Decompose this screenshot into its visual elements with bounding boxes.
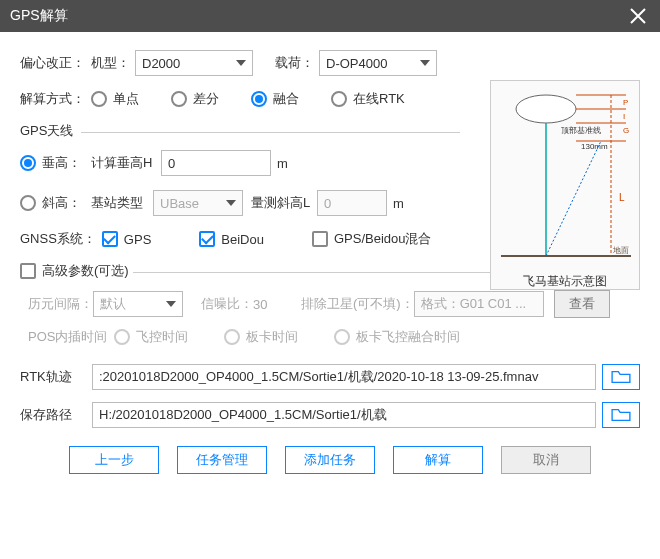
model-select[interactable]: D2000 bbox=[135, 50, 253, 76]
radio-fc-time[interactable]: 飞控时间 bbox=[114, 328, 188, 346]
solve-button[interactable]: 解算 bbox=[393, 446, 483, 474]
radio-fusion[interactable]: 融合 bbox=[251, 90, 299, 108]
radio-diff[interactable]: 差分 bbox=[171, 90, 219, 108]
gnss-label: GNSS系统： bbox=[20, 230, 96, 248]
rtk-path-input[interactable]: :20201018D2000_OP4000_1.5CM/Sortie1/机载/2… bbox=[92, 364, 596, 390]
add-task-button[interactable]: 添加任务 bbox=[285, 446, 375, 474]
svg-text:地面: 地面 bbox=[612, 246, 629, 255]
chevron-down-icon bbox=[166, 301, 176, 307]
rtk-path-label: RTK轨迹 bbox=[20, 368, 92, 386]
radio-card-fc-fusion-time[interactable]: 板卡飞控融合时间 bbox=[334, 328, 460, 346]
view-button[interactable]: 查看 bbox=[554, 290, 610, 318]
payload-select[interactable]: D-OP4000 bbox=[319, 50, 437, 76]
rtk-browse-button[interactable] bbox=[602, 364, 640, 390]
diagram-caption: 飞马基站示意图 bbox=[491, 269, 639, 292]
base-type-label: 基站类型 bbox=[91, 194, 145, 212]
checkbox-gps[interactable]: GPS bbox=[102, 231, 151, 247]
excl-sat-label: 排除卫星(可不填)： bbox=[301, 295, 414, 313]
chevron-down-icon bbox=[226, 200, 236, 206]
svg-line-3 bbox=[546, 141, 601, 256]
eccentric-label: 偏心改正： bbox=[20, 54, 85, 72]
window-title: GPS解算 bbox=[10, 7, 626, 25]
save-path-label: 保存路径 bbox=[20, 406, 92, 424]
solve-mode-label: 解算方式： bbox=[20, 90, 85, 108]
radio-single[interactable]: 单点 bbox=[91, 90, 139, 108]
radio-card-time[interactable]: 板卡时间 bbox=[224, 328, 298, 346]
snr-value: 30 bbox=[253, 297, 283, 312]
close-icon bbox=[629, 7, 647, 25]
slant-unit: m bbox=[393, 196, 404, 211]
radio-slant-height[interactable]: 斜高： bbox=[20, 194, 81, 212]
prev-button[interactable]: 上一步 bbox=[69, 446, 159, 474]
svg-text:L: L bbox=[619, 192, 625, 203]
model-label: 机型： bbox=[91, 54, 131, 72]
cancel-button[interactable]: 取消 bbox=[501, 446, 591, 474]
save-browse-button[interactable] bbox=[602, 402, 640, 428]
antenna-section-label: GPS天线 bbox=[20, 122, 73, 140]
folder-icon bbox=[610, 407, 632, 423]
save-path-input[interactable]: H:/20201018D2000_OP4000_1.5CM/Sortie1/机载 bbox=[92, 402, 596, 428]
radio-vertical-height[interactable]: 垂高： bbox=[20, 154, 81, 172]
chevron-down-icon bbox=[236, 60, 246, 66]
close-button[interactable] bbox=[626, 4, 650, 28]
excl-sat-input[interactable]: 格式：G01 C01 ... bbox=[414, 291, 544, 317]
task-manager-button[interactable]: 任务管理 bbox=[177, 446, 267, 474]
svg-text:130mm: 130mm bbox=[581, 142, 608, 151]
vert-unit: m bbox=[277, 156, 288, 171]
pos-interp-label: POS内插时间 bbox=[28, 328, 114, 346]
svg-text:I: I bbox=[623, 112, 625, 121]
divider bbox=[81, 132, 460, 133]
epoch-select[interactable]: 默认 bbox=[93, 291, 183, 317]
vert-calc-label: 计算垂高H bbox=[91, 154, 155, 172]
checkbox-advanced[interactable]: 高级参数(可选) bbox=[20, 262, 129, 280]
antenna-diagram: P I G L 顶部基准线 130mm 地面 飞马基站示意图 bbox=[490, 80, 640, 290]
checkbox-beidou[interactable]: BeiDou bbox=[199, 231, 264, 247]
snr-label: 信噪比： bbox=[201, 295, 253, 313]
svg-text:G: G bbox=[623, 126, 629, 135]
folder-icon bbox=[610, 369, 632, 385]
vert-height-input[interactable]: 0 bbox=[161, 150, 271, 176]
svg-text:顶部基准线: 顶部基准线 bbox=[561, 126, 601, 135]
base-type-select[interactable]: UBase bbox=[153, 190, 243, 216]
titlebar: GPS解算 bbox=[0, 0, 660, 32]
svg-point-0 bbox=[516, 95, 576, 123]
epoch-label: 历元间隔： bbox=[28, 295, 93, 313]
chevron-down-icon bbox=[420, 60, 430, 66]
slant-height-input[interactable]: 0 bbox=[317, 190, 387, 216]
checkbox-gps-beidou-mixed[interactable]: GPS/Beidou混合 bbox=[312, 230, 432, 248]
slant-meas-label: 量测斜高L bbox=[251, 194, 311, 212]
payload-label: 载荷： bbox=[275, 54, 315, 72]
radio-online-rtk[interactable]: 在线RTK bbox=[331, 90, 405, 108]
svg-text:P: P bbox=[623, 98, 628, 107]
